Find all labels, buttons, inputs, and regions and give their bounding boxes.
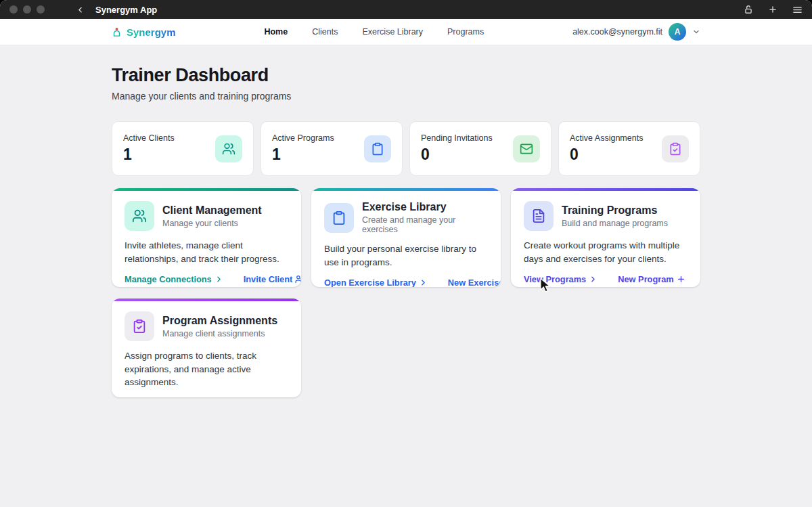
card-exercise-library: Exercise LibraryCreate and manage your e… — [311, 188, 501, 287]
titlebar-actions — [744, 5, 803, 15]
link-open-exercise-library[interactable]: Open Exercise Library — [324, 278, 428, 287]
card-title: Client Management — [162, 204, 262, 217]
card-title: Training Programs — [562, 204, 668, 217]
card-description: Assign programs to clients, track expira… — [125, 349, 288, 389]
plus-icon[interactable] — [768, 5, 777, 14]
card-subtitle: Create and manage your exercises — [362, 215, 488, 234]
chevron-down-icon[interactable] — [692, 28, 700, 36]
window-controls — [9, 5, 45, 14]
nav-menu: HomeClientsExercise LibraryPrograms — [264, 27, 484, 37]
page-title: Trainer Dashboard — [112, 65, 700, 86]
file-text-icon — [524, 201, 554, 231]
card-description: Create workout programs with multiple da… — [524, 239, 687, 265]
account-menu: alex.cook@synergym.fit A — [572, 23, 700, 41]
back-button[interactable] — [76, 5, 85, 14]
card-subtitle: Build and manage programs — [562, 219, 668, 228]
link-label: Invite Client — [244, 274, 293, 284]
close-button[interactable] — [9, 5, 18, 14]
users-icon — [125, 201, 154, 231]
clipboard-check-icon — [125, 311, 154, 341]
feature-cards-grid: Client ManagementManage your clientsInvi… — [112, 188, 700, 397]
brand-icon — [112, 27, 122, 37]
titlebar: Synergym App — [0, 0, 812, 19]
link-manage-connections[interactable]: Manage Connections — [125, 274, 223, 284]
stat-card-active-clients: Active Clients1 — [112, 121, 254, 176]
card-links: Open Exercise LibraryNew Exercise — [324, 278, 488, 287]
card-program-assignments: Program AssignmentsManage client assignm… — [112, 299, 301, 397]
card-title: Program Assignments — [162, 315, 277, 327]
chevron-left-icon — [76, 5, 85, 14]
link-label: New Exercise — [448, 278, 501, 287]
window-title: Synergym App — [95, 5, 157, 15]
card-subtitle: Manage your clients — [162, 219, 262, 228]
link-new-exercise[interactable]: New Exercise — [448, 278, 501, 287]
stat-value: 0 — [421, 146, 493, 164]
nav-item-clients[interactable]: Clients — [312, 27, 338, 37]
user-email: alex.cook@synergym.fit — [572, 27, 662, 37]
stat-label: Active Assignments — [570, 133, 643, 143]
stat-card-active-programs: Active Programs1 — [261, 121, 403, 176]
avatar[interactable]: A — [669, 23, 686, 41]
clipboard-icon — [364, 135, 391, 162]
main-content: Trainer Dashboard Manage your clients an… — [112, 65, 700, 397]
plus-icon — [677, 275, 685, 284]
link-label: View Programs — [524, 274, 586, 284]
clipboard-icon — [324, 203, 354, 233]
card-title: Exercise Library — [362, 201, 488, 213]
card-description: Invite athletes, manage client relations… — [125, 239, 288, 265]
stat-card-active-assignments: Active Assignments0 — [558, 121, 700, 176]
chevron-right-icon — [215, 275, 223, 284]
card-client-management: Client ManagementManage your clientsInvi… — [112, 188, 301, 287]
stats-grid: Active Clients1Active Programs1Pending I… — [112, 121, 700, 176]
minimize-button[interactable] — [23, 5, 31, 14]
clipboard-check-icon — [662, 135, 689, 162]
stat-value: 1 — [272, 146, 334, 164]
card-links: View ProgramsNew Program — [524, 274, 687, 284]
menu-icon[interactable] — [792, 5, 803, 15]
stat-value: 1 — [123, 146, 175, 164]
link-invite-client[interactable]: Invite Client — [244, 274, 301, 284]
nav-item-programs[interactable]: Programs — [447, 27, 484, 37]
link-label: New Program — [618, 274, 674, 284]
card-description: Build your personal exercise library to … — [324, 242, 488, 269]
brand-logo[interactable]: Synergym — [112, 26, 176, 38]
nav-item-exercise-library[interactable]: Exercise Library — [362, 27, 423, 37]
users-icon — [215, 135, 242, 162]
brand-name: Synergym — [127, 26, 176, 38]
link-new-program[interactable]: New Program — [618, 274, 685, 284]
page-subtitle: Manage your clients and training program… — [112, 91, 700, 102]
card-subtitle: Manage client assignments — [162, 329, 277, 338]
navbar: Synergym HomeClientsExercise LibraryProg… — [0, 19, 812, 45]
mail-icon — [513, 135, 540, 162]
link-view-programs[interactable]: View Programs — [524, 274, 597, 284]
stat-value: 0 — [570, 146, 643, 164]
stat-label: Active Clients — [123, 133, 175, 143]
link-label: Open Exercise Library — [324, 278, 416, 287]
card-links: Manage ConnectionsInvite Client — [125, 274, 288, 284]
card-training-programs: Training ProgramsBuild and manage progra… — [511, 188, 700, 287]
lock-icon[interactable] — [744, 5, 753, 14]
stat-card-pending-invitations: Pending Invitations0 — [409, 121, 551, 176]
chevron-right-icon — [589, 275, 597, 284]
stat-label: Active Programs — [272, 133, 334, 143]
chevron-right-icon — [419, 278, 428, 287]
stat-label: Pending Invitations — [421, 133, 493, 143]
app-window: Synergym App Synergym HomeClientsExercis… — [0, 0, 812, 507]
maximize-button[interactable] — [37, 5, 45, 14]
user-plus-icon — [295, 275, 301, 284]
nav-item-home[interactable]: Home — [264, 27, 288, 37]
link-label: Manage Connections — [125, 274, 212, 284]
